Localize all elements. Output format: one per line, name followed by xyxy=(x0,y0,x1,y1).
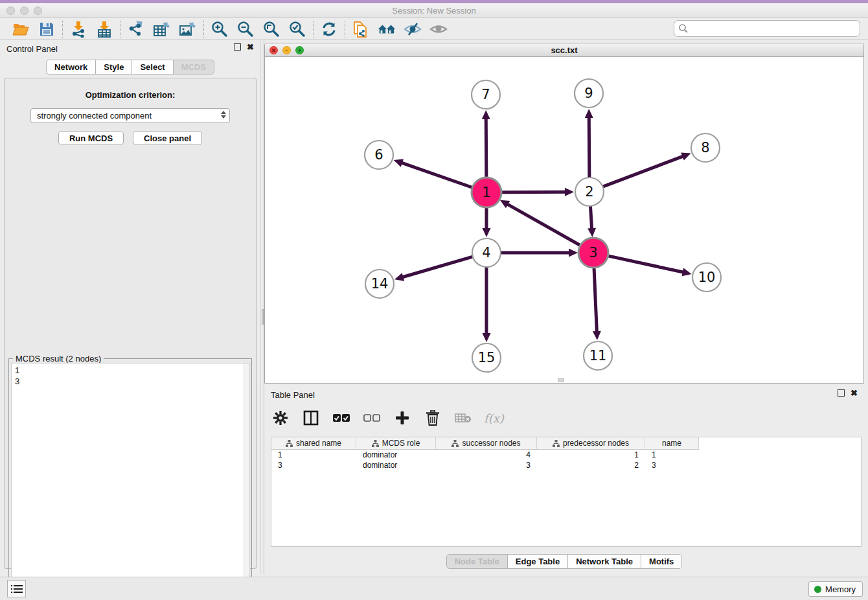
table-panel-title: Table Panel xyxy=(271,390,315,400)
zoom-out-icon[interactable] xyxy=(236,20,255,38)
table-cell[interactable]: 1 xyxy=(645,450,699,460)
tab-node-table[interactable]: Node Table xyxy=(446,554,508,569)
search-input[interactable] xyxy=(674,20,860,37)
open-file-icon[interactable] xyxy=(12,20,30,38)
control-panel-tabs: Network Style Select MCDS xyxy=(0,60,260,75)
export-network-icon[interactable] xyxy=(127,20,145,38)
edge-arrowhead xyxy=(565,188,574,196)
edge-3-10[interactable] xyxy=(607,256,685,273)
zoom-in-icon[interactable] xyxy=(211,20,229,38)
table-cell[interactable]: 1 xyxy=(537,450,645,460)
export-image-icon[interactable] xyxy=(179,20,197,38)
network-canvas[interactable]: 7968124314101511 xyxy=(265,57,863,383)
titlebar: Session: New Session xyxy=(0,3,868,18)
show-eye-icon[interactable] xyxy=(429,20,448,38)
deselect-all-icon[interactable] xyxy=(362,408,382,428)
graph-node-label: 15 xyxy=(478,350,496,365)
tab-edge-table[interactable]: Edge Table xyxy=(507,554,568,569)
float-table-panel-icon[interactable] xyxy=(838,389,845,397)
window-title: Session: New Session xyxy=(0,6,868,16)
criterion-select[interactable]: strongly connected component xyxy=(30,108,230,123)
delete-table-icon xyxy=(453,408,473,428)
graph-node-label: 14 xyxy=(371,276,389,292)
float-panel-icon[interactable] xyxy=(234,43,241,51)
edge-4-14[interactable] xyxy=(401,257,473,277)
delete-icon[interactable] xyxy=(423,408,442,428)
function-fx-icon: f(x) xyxy=(484,411,504,425)
zoom-selected-icon[interactable] xyxy=(288,20,306,38)
select-all-check-icon[interactable] xyxy=(332,408,351,428)
edge-2-8[interactable] xyxy=(603,156,685,187)
table-toolbar: f(x) xyxy=(271,406,504,430)
edge-1-6[interactable] xyxy=(400,162,473,188)
tab-motifs[interactable]: Motifs xyxy=(641,554,682,569)
node-table[interactable]: shared name MCDS role successor nodes pr… xyxy=(271,437,862,547)
table-header-row: shared name MCDS role successor nodes pr… xyxy=(271,437,699,450)
edge-arrowhead xyxy=(394,273,404,281)
search-field-container xyxy=(674,20,860,37)
canvas-scroll-handle[interactable] xyxy=(558,378,564,382)
edge-3-1[interactable] xyxy=(506,203,581,246)
close-table-panel-icon[interactable]: ✖ xyxy=(851,389,858,397)
hide-eye-icon[interactable] xyxy=(404,20,422,38)
tab-network-table[interactable]: Network Table xyxy=(567,554,641,569)
table-cell[interactable]: 4 xyxy=(436,450,537,460)
table-cell[interactable]: 3 xyxy=(436,460,537,470)
export-table-icon[interactable] xyxy=(153,20,171,38)
task-history-button[interactable] xyxy=(7,580,26,597)
table-cell[interactable]: 3 xyxy=(645,460,699,470)
zoom-fit-icon[interactable] xyxy=(262,20,280,38)
table-cell[interactable]: dominator xyxy=(356,450,436,460)
table-row[interactable]: 3dominator323 xyxy=(271,460,699,470)
column-header-predecessor-nodes[interactable]: predecessor nodes xyxy=(537,437,645,449)
table-row[interactable]: 1dominator411 xyxy=(271,450,699,460)
graph-node-label: 11 xyxy=(589,348,607,363)
column-header-mcds-role[interactable]: MCDS role xyxy=(356,437,436,449)
edge-arrowhead xyxy=(483,333,491,342)
table-cell[interactable]: 1 xyxy=(271,450,356,460)
network-window-titlebar[interactable]: ✕ − + scc.txt xyxy=(265,43,863,57)
tab-mcds[interactable]: MCDS xyxy=(173,60,214,75)
refresh-icon[interactable] xyxy=(320,20,338,38)
add-icon[interactable] xyxy=(393,408,412,428)
table-panel: Table Panel ✖ xyxy=(264,386,864,574)
edge-1-7[interactable] xyxy=(486,117,486,178)
close-panel-button[interactable]: Close panel xyxy=(133,131,202,145)
table-cell[interactable]: 3 xyxy=(271,460,356,470)
gear-icon[interactable] xyxy=(271,408,290,428)
tab-network[interactable]: Network xyxy=(46,60,96,75)
tab-style[interactable]: Style xyxy=(95,60,132,75)
save-session-icon[interactable] xyxy=(38,20,56,38)
edge-arrowhead xyxy=(681,152,691,160)
table-cell[interactable]: dominator xyxy=(356,460,436,470)
graph-node-label: 3 xyxy=(589,245,597,260)
edge-2-9[interactable] xyxy=(589,115,589,178)
tab-select[interactable]: Select xyxy=(131,60,173,75)
home-icon[interactable] xyxy=(378,20,396,38)
columns-icon[interactable] xyxy=(301,408,321,428)
edge-arrowhead xyxy=(569,249,578,257)
column-header-shared-name[interactable]: shared name xyxy=(271,437,356,449)
edge-1-2[interactable] xyxy=(501,192,567,192)
edge-3-11[interactable] xyxy=(594,267,597,334)
table-cell[interactable]: 2 xyxy=(537,460,645,470)
edge-arrowhead xyxy=(593,331,601,340)
run-mcds-button[interactable]: Run MCDS xyxy=(58,131,124,145)
edge-2-3[interactable] xyxy=(590,206,591,231)
import-table-icon[interactable] xyxy=(95,20,113,38)
column-header-successor-nodes[interactable]: successor nodes xyxy=(436,437,537,449)
edge-arrowhead xyxy=(483,228,491,237)
import-network-icon[interactable] xyxy=(69,20,87,38)
close-panel-icon[interactable]: ✖ xyxy=(247,43,254,51)
mcds-result-text[interactable]: 1 3 xyxy=(11,363,250,600)
graph-node-label: 10 xyxy=(698,270,716,285)
clone-network-icon[interactable] xyxy=(352,20,370,38)
result-scrollbar[interactable] xyxy=(243,363,249,599)
memory-button[interactable]: Memory xyxy=(808,581,863,597)
splitter-handle-icon[interactable] xyxy=(262,309,264,325)
column-header-name[interactable]: name xyxy=(645,437,699,449)
mcds-result-title: MCDS result (2 nodes) xyxy=(13,354,104,363)
mcds-result-group: MCDS result (2 nodes) 1 3 xyxy=(8,358,252,600)
optimization-criterion-label: Optimization criterion: xyxy=(5,90,256,100)
edge-arrowhead xyxy=(585,109,593,118)
